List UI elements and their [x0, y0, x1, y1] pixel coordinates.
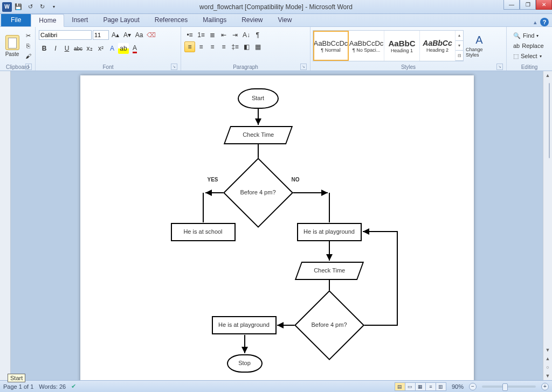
- change-case-icon[interactable]: Aa: [134, 30, 144, 40]
- print-layout-view-icon[interactable]: ▤: [395, 382, 405, 391]
- line-spacing-icon[interactable]: ‡≡: [230, 41, 240, 52]
- page-indicator[interactable]: Page 1 of 1: [3, 383, 33, 390]
- help-icon[interactable]: ?: [540, 18, 549, 26]
- replace-button[interactable]: abReplace: [511, 41, 546, 51]
- flowchart-school[interactable]: He is at school: [171, 223, 236, 241]
- save-icon[interactable]: 💾: [13, 2, 24, 12]
- flowchart-stop[interactable]: Stop: [227, 354, 263, 373]
- draft-view-icon[interactable]: ▥: [436, 382, 446, 391]
- underline-button[interactable]: U: [61, 43, 72, 54]
- scrollbar-thumb[interactable]: [549, 83, 550, 158]
- flowchart-start[interactable]: Start: [238, 88, 279, 109]
- copy-icon[interactable]: ⎘: [23, 41, 33, 51]
- document-scroll-pane[interactable]: Start Check Time Before 4 pm? YES NO He …: [11, 71, 543, 380]
- flowchart-playground-1[interactable]: He is at playground: [297, 223, 362, 241]
- tab-references[interactable]: References: [147, 13, 195, 26]
- multilevel-icon[interactable]: ≣: [207, 30, 218, 40]
- tab-mailings[interactable]: Mailings: [195, 13, 234, 26]
- italic-button[interactable]: I: [50, 43, 61, 54]
- text-effects-icon[interactable]: A: [107, 43, 118, 54]
- tab-home[interactable]: Home: [31, 14, 64, 27]
- superscript-button[interactable]: x²: [95, 43, 106, 54]
- word-app-icon[interactable]: W: [2, 2, 12, 12]
- minimize-button[interactable]: ―: [503, 0, 520, 10]
- flowchart-arrows: [80, 75, 474, 380]
- align-right-icon[interactable]: ≡: [207, 41, 218, 52]
- close-button[interactable]: ✕: [536, 0, 552, 10]
- start-tooltip: Start: [8, 374, 25, 382]
- outline-view-icon[interactable]: ≡: [425, 382, 436, 391]
- align-left-icon[interactable]: ≡: [184, 41, 195, 52]
- zoom-out-button[interactable]: −: [469, 383, 477, 390]
- style-heading-2[interactable]: AaBbCcHeading 2: [420, 31, 456, 61]
- zoom-level[interactable]: 90%: [452, 383, 464, 390]
- paragraph-launcher-icon[interactable]: ↘: [300, 64, 307, 70]
- sort-icon[interactable]: A↓: [241, 30, 252, 40]
- font-size-input[interactable]: [93, 30, 109, 40]
- document-area: Start Check Time Before 4 pm? YES NO He …: [0, 71, 552, 380]
- tab-review[interactable]: Review: [234, 13, 270, 26]
- redo-icon[interactable]: ↻: [37, 2, 47, 12]
- numbering-icon[interactable]: 1≡: [196, 30, 206, 40]
- highlight-icon[interactable]: ab: [118, 43, 129, 54]
- bullets-icon[interactable]: •≡: [184, 30, 195, 40]
- flowchart-decision-2[interactable]: Before 4 pm?: [305, 300, 354, 350]
- undo-icon[interactable]: ↺: [25, 2, 36, 12]
- clipboard-launcher-icon[interactable]: ↘: [25, 64, 32, 70]
- change-styles-button[interactable]: A Change Styles: [466, 29, 493, 62]
- increase-indent-icon[interactable]: ⇥: [230, 30, 240, 40]
- browse-object-icon[interactable]: ○: [543, 363, 552, 372]
- scroll-down-icon[interactable]: ▼: [543, 346, 552, 354]
- maximize-button[interactable]: ❐: [520, 0, 536, 10]
- shading-icon[interactable]: ◧: [241, 41, 252, 52]
- font-color-icon[interactable]: A: [129, 43, 140, 54]
- font-launcher-icon[interactable]: ↘: [171, 64, 177, 70]
- tab-view[interactable]: View: [271, 13, 300, 26]
- show-marks-icon[interactable]: ¶: [252, 30, 263, 40]
- zoom-in-button[interactable]: +: [541, 383, 549, 390]
- scroll-up-icon[interactable]: ▲: [543, 71, 552, 80]
- select-button[interactable]: ⬚Select▾: [511, 51, 546, 61]
- bold-button[interactable]: B: [39, 43, 50, 54]
- tab-page-layout[interactable]: Page Layout: [95, 13, 147, 26]
- vertical-scrollbar[interactable]: ▲ ▼ ▲ ○ ▼: [543, 71, 552, 380]
- minimize-ribbon-icon[interactable]: ▴: [534, 19, 537, 26]
- borders-icon[interactable]: ▦: [252, 41, 263, 52]
- decrease-indent-icon[interactable]: ⇤: [218, 30, 229, 40]
- vertical-ruler[interactable]: [0, 71, 11, 380]
- flowchart-check-time-2[interactable]: Check Time: [294, 262, 363, 280]
- subscript-button[interactable]: x₂: [84, 43, 95, 54]
- flowchart-check-time-1[interactable]: Check Time: [223, 126, 292, 144]
- font-name-input[interactable]: [39, 30, 92, 40]
- browse-prev-icon[interactable]: ▲: [543, 354, 552, 363]
- web-layout-view-icon[interactable]: ▦: [415, 382, 426, 391]
- cut-icon[interactable]: ✂: [23, 31, 33, 40]
- styles-scrollbar[interactable]: ▴▾⊟: [456, 31, 463, 61]
- style-normal[interactable]: AaBbCcDc¶ Normal: [313, 31, 349, 61]
- flowchart-decision-1[interactable]: Before 4 pm?: [233, 168, 283, 218]
- select-icon: ⬚: [513, 53, 519, 60]
- styles-gallery[interactable]: AaBbCcDc¶ Normal AaBbCcDc¶ No Spaci... A…: [313, 30, 464, 61]
- view-buttons: ▤ ▭ ▦ ≡ ▥: [395, 382, 446, 391]
- grow-font-icon[interactable]: A▴: [110, 30, 121, 40]
- strike-button[interactable]: abc: [73, 43, 84, 54]
- find-button[interactable]: 🔍Find▾: [511, 31, 546, 40]
- flowchart-playground-2[interactable]: He is at playground: [212, 316, 277, 334]
- qat-customize-icon[interactable]: ▾: [49, 2, 59, 12]
- style-heading-1[interactable]: AaBbCHeading 1: [384, 31, 420, 61]
- browse-next-icon[interactable]: ▼: [543, 372, 552, 380]
- tab-insert[interactable]: Insert: [64, 13, 95, 26]
- word-count[interactable]: Words: 26: [39, 383, 66, 390]
- format-painter-icon[interactable]: 🖌: [23, 51, 33, 61]
- shrink-font-icon[interactable]: A▾: [122, 30, 133, 40]
- proofing-icon[interactable]: ✔: [71, 383, 76, 390]
- paste-button[interactable]: Paste: [2, 29, 22, 62]
- zoom-slider[interactable]: [482, 386, 536, 388]
- style-no-spacing[interactable]: AaBbCcDc¶ No Spaci...: [349, 31, 384, 61]
- align-center-icon[interactable]: ≡: [196, 41, 206, 52]
- tab-file[interactable]: File: [1, 13, 31, 26]
- clear-format-icon[interactable]: ⌫: [146, 30, 156, 40]
- styles-launcher-icon[interactable]: ↘: [496, 64, 503, 70]
- justify-icon[interactable]: ≡: [218, 41, 229, 52]
- full-screen-view-icon[interactable]: ▭: [405, 382, 416, 391]
